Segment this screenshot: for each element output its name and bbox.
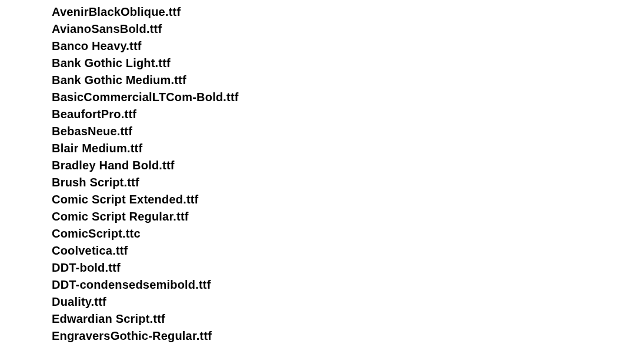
list-item: EngraversGothic-Regular.ttf <box>52 328 644 344</box>
list-item: Brush Script.ttf <box>52 174 644 191</box>
list-item: Coolvetica.ttf <box>52 242 644 259</box>
list-item: Comic Script Extended.ttf <box>52 191 644 208</box>
list-item: Comic Script Regular.ttf <box>52 208 644 225</box>
list-item: BebasNeue.ttf <box>52 123 644 140</box>
list-item: Bradley Hand Bold.ttf <box>52 157 644 174</box>
list-item: AvianoSansBold.ttf <box>52 21 644 38</box>
list-item: Bank Gothic Medium.ttf <box>52 72 644 89</box>
list-item: BasicCommercialLTCom-Bold.ttf <box>52 89 644 106</box>
list-item: Bank Gothic Light.ttf <box>52 55 644 72</box>
list-item: AvenirBlackOblique.ttf <box>52 4 644 21</box>
font-file-list: AvenirBlackOblique.ttf AvianoSansBold.tt… <box>0 0 644 344</box>
list-item: DDT-condensedsemibold.ttf <box>52 276 644 293</box>
list-item: Duality.ttf <box>52 293 644 310</box>
list-item: BeaufortPro.ttf <box>52 106 644 123</box>
list-item: Banco Heavy.ttf <box>52 38 644 55</box>
list-item: Edwardian Script.ttf <box>52 310 644 328</box>
list-item: DDT-bold.ttf <box>52 259 644 276</box>
list-item: Blair Medium.ttf <box>52 140 644 157</box>
list-item: ComicScript.ttc <box>52 225 644 242</box>
